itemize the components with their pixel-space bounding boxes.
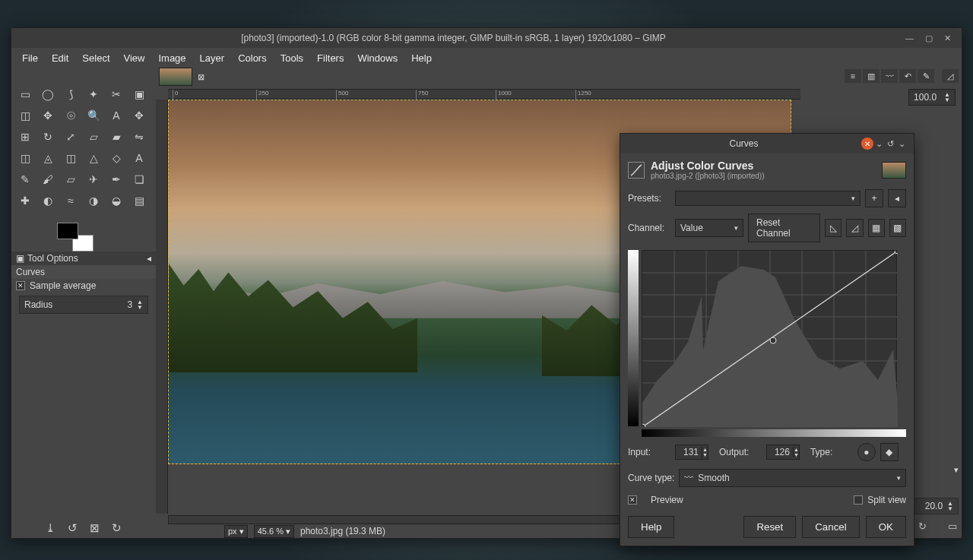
bucket-icon[interactable]: ▤	[128, 191, 150, 210]
dialog-reset-icon[interactable]: ↺	[885, 139, 896, 149]
zoom-select[interactable]: 45.6 % ▾	[254, 525, 294, 538]
heal-icon[interactable]: ✚	[14, 191, 36, 210]
paths-tab-icon[interactable]: 〰	[881, 69, 898, 83]
burn-icon[interactable]: ◒	[106, 191, 127, 210]
point-smooth-icon[interactable]: ●	[857, 443, 876, 461]
cancel-button[interactable]: Cancel	[802, 516, 860, 538]
brush-icon[interactable]: 🖌	[37, 169, 59, 189]
handle-icon[interactable]: ◇	[106, 148, 127, 168]
ruler-vertical[interactable]	[156, 100, 168, 514]
menu-edit[interactable]: Edit	[46, 50, 74, 66]
dodge-icon[interactable]: ◑	[83, 191, 104, 210]
reset-channel-button[interactable]: Reset Channel	[748, 214, 820, 242]
undo-tab-icon[interactable]: ↶	[899, 69, 916, 83]
hist-log-icon[interactable]: ▩	[889, 219, 906, 237]
sample-average-checkbox[interactable]: ✕	[16, 281, 25, 290]
menu-help[interactable]: Help	[405, 50, 438, 66]
linear-hist-icon[interactable]: ◺	[825, 219, 841, 237]
curve-type-dropdown[interactable]: 〰 Smooth ▾	[679, 469, 906, 487]
image-tab[interactable]: ⊠	[159, 68, 208, 86]
fg-select-icon[interactable]: ▣	[128, 84, 150, 104]
restore-icon[interactable]: ↺	[68, 521, 78, 535]
cage-icon[interactable]: ◫	[14, 148, 36, 168]
dialog-close-icon[interactable]: ✕	[861, 138, 873, 150]
refresh-brush-icon[interactable]: ↻	[918, 520, 927, 532]
measure-icon[interactable]: ◫	[60, 148, 81, 168]
minimize-button[interactable]: —	[903, 32, 916, 45]
radius-down[interactable]: ▼	[137, 305, 143, 310]
curve-editor[interactable]	[642, 250, 897, 426]
wand-icon[interactable]: ✦	[83, 84, 104, 104]
ok-button[interactable]: OK	[866, 516, 906, 538]
shear-icon[interactable]: ▱	[83, 127, 104, 147]
clone-icon[interactable]: ❏	[128, 169, 150, 189]
menu-image[interactable]: Image	[152, 50, 192, 66]
preview-checkbox[interactable]: ✕	[628, 495, 637, 505]
channels-tab-icon[interactable]: ▥	[863, 69, 880, 83]
preset-menu-button[interactable]: ◂	[888, 189, 906, 207]
zoom-spinbox[interactable]: 100.0 ▲▼	[908, 89, 956, 106]
channel-dropdown[interactable]: Value▾	[675, 219, 743, 237]
brush-tab-icon[interactable]: ✎	[918, 69, 934, 83]
text-tool-icon[interactable]: A	[106, 106, 127, 125]
menu-colors[interactable]: Colors	[232, 50, 273, 66]
pencil-icon[interactable]: ✎	[14, 169, 36, 189]
brush-list-chevron-icon[interactable]: ▾	[954, 465, 959, 475]
dock-menu-icon[interactable]: ◂	[147, 253, 151, 264]
perspective-icon[interactable]: ▰	[106, 127, 127, 147]
menu-tools[interactable]: Tools	[274, 50, 309, 66]
fg-bg-swatch[interactable]	[57, 223, 93, 252]
eraser-icon[interactable]: ▱	[60, 169, 81, 189]
ellipse-select-icon[interactable]: ◯	[37, 84, 59, 104]
3d-icon[interactable]: △	[83, 148, 104, 168]
maximize-button[interactable]: ▢	[922, 32, 935, 45]
dialog-collapse-icon[interactable]: ⌄	[873, 139, 885, 149]
move-icon[interactable]: ✥	[128, 106, 150, 125]
smudge-icon[interactable]: ≈	[60, 191, 81, 210]
save-preset-icon[interactable]: ⤓	[46, 521, 55, 535]
menu-filters[interactable]: Filters	[311, 50, 350, 66]
warp-icon[interactable]: ◬	[37, 148, 59, 168]
radius-spinbox[interactable]: Radius 3 ▲▼	[19, 296, 148, 314]
delete-preset-icon[interactable]: ⊠	[90, 521, 100, 535]
scissors-icon[interactable]: ✂	[106, 84, 127, 104]
menu-select[interactable]: Select	[76, 50, 116, 66]
transform-icon[interactable]: ✥	[37, 106, 59, 125]
dialog-expand-icon[interactable]: ⌄	[896, 139, 908, 149]
crop-icon[interactable]: ◫	[14, 106, 36, 125]
unit-select[interactable]: px ▾	[224, 525, 248, 538]
reset-button[interactable]: Reset	[743, 516, 796, 538]
hist-lin-icon[interactable]: ▦	[868, 219, 885, 237]
ruler-horizontal[interactable]: 025050075010001250	[168, 89, 800, 100]
help-button[interactable]: Help	[628, 516, 674, 538]
image-tab-close-icon[interactable]: ⊠	[194, 70, 208, 84]
fg-color[interactable]	[57, 223, 78, 239]
point-corner-icon[interactable]: ◆	[880, 443, 899, 461]
close-button[interactable]: ✕	[941, 32, 954, 45]
menu-file[interactable]: File	[16, 50, 44, 66]
log-hist-icon[interactable]: ◿	[846, 219, 863, 237]
align-icon[interactable]: ⊞	[14, 127, 36, 147]
rect-select-icon[interactable]: ▭	[14, 84, 36, 104]
menu-view[interactable]: View	[118, 50, 151, 66]
open-brush-icon[interactable]: ▭	[948, 520, 957, 532]
zoom-icon[interactable]: 🔍	[83, 106, 104, 125]
lasso-icon[interactable]: ⟆	[60, 84, 81, 104]
airbrush-icon[interactable]: ✈	[83, 169, 104, 189]
ink-icon[interactable]: ✒	[106, 169, 127, 189]
output-spinbox[interactable]: 126 ▲▼	[766, 445, 800, 460]
split-view-checkbox[interactable]	[854, 495, 863, 505]
menu-windows[interactable]: Windows	[351, 50, 404, 66]
expand-icon[interactable]: ◿	[942, 69, 959, 83]
blur-icon[interactable]: ◐	[37, 191, 59, 210]
reset-icon[interactable]: ↻	[112, 521, 122, 535]
add-preset-button[interactable]: +	[865, 189, 883, 207]
input-spinbox[interactable]: 131 ▲▼	[675, 445, 708, 460]
layers-tab-icon[interactable]: ≡	[845, 69, 861, 83]
rotate-icon[interactable]: ↻	[37, 127, 59, 147]
presets-dropdown[interactable]: ▾	[675, 191, 860, 206]
text2-icon[interactable]: A	[128, 148, 150, 168]
eyedropper-icon[interactable]: ⦾	[60, 106, 81, 125]
flip-icon[interactable]: ⇋	[128, 127, 150, 147]
scale-icon[interactable]: ⤢	[60, 127, 81, 147]
